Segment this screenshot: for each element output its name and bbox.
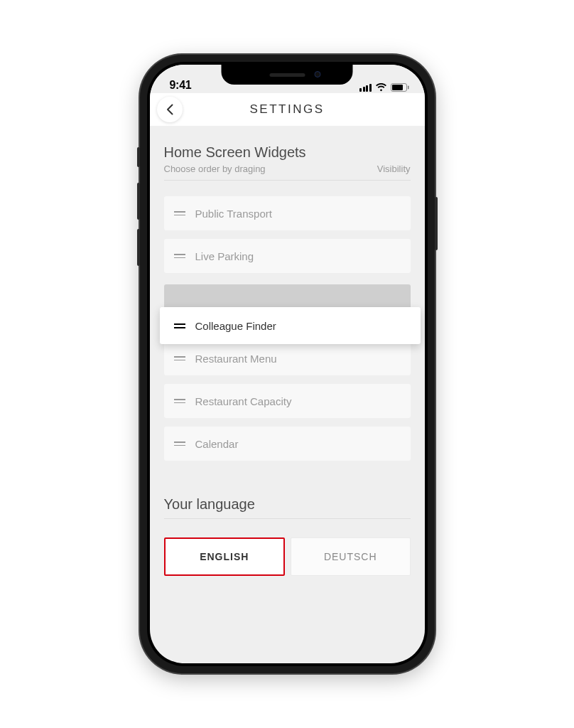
widget-item-restaurant-menu[interactable]: Restaurant Menu (164, 341, 411, 375)
svg-rect-1 (392, 85, 403, 90)
volume-down-button[interactable] (137, 229, 140, 266)
widgets-section-title: Home Screen Widgets (164, 144, 411, 161)
content-area: Home Screen Widgets Choose order by drag… (150, 126, 425, 590)
mute-switch[interactable] (137, 147, 140, 167)
language-button-deutsch[interactable]: DEUTSCH (291, 537, 411, 576)
widget-item-live-parking[interactable]: Live Parking (164, 239, 411, 273)
widget-item-calendar[interactable]: Calendar (164, 427, 411, 461)
widget-list: Public Transport Live Parking Colleague … (164, 196, 411, 461)
widget-label: Restaurant Capacity (195, 395, 292, 407)
widget-label: Calendar (195, 438, 239, 450)
power-button[interactable] (435, 197, 438, 250)
language-section-title: Your language (164, 496, 411, 519)
drag-handle-icon[interactable] (174, 211, 185, 215)
page-title: SETTINGS (249, 102, 324, 117)
language-section: Your language ENGLISH DEUTSCH (164, 496, 411, 576)
volume-up-button[interactable] (137, 183, 140, 220)
back-button[interactable] (157, 97, 183, 122)
status-icons (359, 83, 409, 92)
svg-rect-2 (408, 86, 409, 90)
language-buttons: ENGLISH DEUTSCH (164, 537, 411, 576)
drag-handle-icon[interactable] (174, 323, 185, 328)
widget-label: Public Transport (195, 208, 272, 220)
widget-label: Live Parking (195, 250, 254, 262)
widget-label: Restaurant Menu (195, 353, 277, 365)
cellular-signal-icon (359, 84, 372, 92)
widgets-section-subheader: Choose order by draging Visibility (164, 164, 411, 181)
battery-icon (391, 83, 409, 92)
wifi-icon (375, 83, 387, 92)
drag-handle-icon[interactable] (174, 399, 185, 403)
notch (222, 65, 353, 85)
widget-label: Colleague Finder (195, 320, 276, 332)
chevron-left-icon (166, 104, 173, 115)
app-header: SETTINGS (150, 93, 425, 126)
widgets-subtitle: Choose order by draging (164, 164, 266, 174)
widget-item-restaurant-capacity[interactable]: Restaurant Capacity (164, 384, 411, 418)
widget-item-public-transport[interactable]: Public Transport (164, 196, 411, 230)
screen: 9:41 SETTINGS (150, 65, 425, 663)
drag-handle-icon[interactable] (174, 441, 185, 446)
language-button-english[interactable]: ENGLISH (164, 537, 286, 576)
speaker (269, 73, 305, 77)
drag-handle-icon[interactable] (174, 356, 185, 360)
front-camera (315, 71, 321, 77)
phone-frame: 9:41 SETTINGS (140, 55, 435, 673)
widget-item-colleague-finder[interactable]: Colleague Finder (160, 307, 421, 344)
status-time: 9:41 (170, 79, 192, 92)
drag-handle-icon[interactable] (174, 254, 185, 258)
visibility-column-label: Visibility (377, 164, 411, 174)
